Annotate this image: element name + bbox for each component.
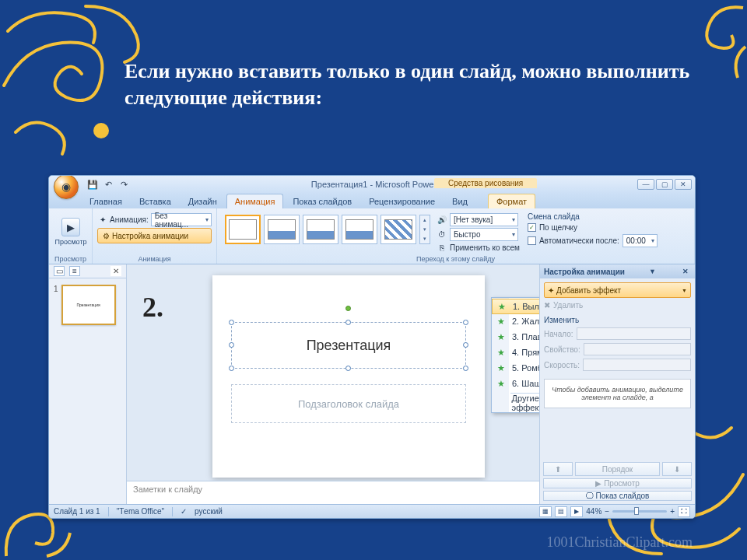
resize-handle[interactable] [463, 320, 468, 325]
on-click-label: По щелчку [539, 223, 577, 232]
property-combo [584, 343, 691, 355]
sound-combo[interactable]: [Нет звука] [450, 213, 518, 226]
ribbon-tabs: Главная Вставка Дизайн Анимация Показ сл… [49, 193, 695, 208]
taskpane-hint: Чтобы добавить анимацию, выделите элемен… [544, 379, 691, 408]
status-language[interactable]: русский [195, 507, 223, 516]
ribbon: ▶ Просмотр Просмотр ✦ Анимация: Без аним… [49, 208, 695, 264]
custom-animation-button[interactable]: ⚙ Настройка анимации [97, 228, 212, 243]
auto-after-label: Автоматически после: [539, 236, 619, 245]
resize-handle[interactable] [345, 366, 351, 371]
resize-handle[interactable] [345, 320, 351, 325]
preset-more[interactable]: Другие эффекты... [492, 395, 539, 411]
preset-box[interactable]: ★4. Прямоугольник [492, 345, 539, 360]
slideshow-button[interactable]: 🖵Показ слайдов [543, 491, 692, 501]
slide-change-header: Смена слайда [528, 212, 658, 221]
tab-slideshow[interactable]: Показ слайдов [285, 194, 359, 208]
slide-thumbnail[interactable]: Презентация [61, 285, 116, 325]
tab-view[interactable]: Вид [444, 194, 475, 208]
step-number-overlay: 2. [142, 291, 163, 324]
remove-label: Удалить [553, 301, 583, 310]
redo-icon[interactable]: ↷ [117, 178, 130, 191]
instruction-headline: Если нужно вставить только в один слайд,… [124, 58, 700, 111]
office-button[interactable]: ◉ [54, 175, 79, 199]
preset-flyin[interactable]: ★1. Вылет [492, 299, 539, 314]
undo-icon[interactable]: ↶ [102, 178, 114, 191]
start-label: Начало: [544, 330, 573, 338]
transition-more[interactable]: ▴▾▾ [419, 215, 430, 244]
rotate-handle[interactable] [345, 306, 351, 311]
preset-checker[interactable]: ★6. Шашки [492, 376, 539, 391]
preview-button[interactable]: ▶ Просмотр [54, 210, 88, 254]
preset-float[interactable]: ★3. Плавающий [492, 329, 539, 345]
transition-gallery[interactable]: ▴▾▾ [222, 210, 433, 253]
thumbnails-tab-outline[interactable]: ≡ [69, 266, 80, 276]
group-label-preview: Просмотр [49, 255, 92, 263]
auto-after-time[interactable]: 00:00 [622, 234, 658, 247]
maximize-button[interactable]: ▢ [656, 179, 673, 190]
fit-to-window[interactable]: ⛶ [678, 506, 690, 517]
taskpane-close[interactable]: ✕ [680, 268, 691, 275]
resize-handle[interactable] [229, 320, 234, 325]
change-header: Изменить [544, 316, 691, 324]
resize-handle[interactable] [229, 342, 234, 348]
thumbnails-close[interactable]: ✕ [110, 266, 121, 276]
add-effect-button[interactable]: ✦ Добавить эффект [544, 282, 691, 298]
star-icon: ★ [495, 346, 507, 359]
tab-insert[interactable]: Вставка [132, 194, 179, 208]
watermark: 1001ChristianClipart.com [547, 534, 693, 551]
tab-animation[interactable]: Анимация [226, 194, 284, 208]
save-icon[interactable]: 💾 [86, 178, 99, 191]
view-slideshow[interactable]: ▶ [570, 506, 583, 517]
thumbnails-tab-slides[interactable]: ▭ [54, 266, 65, 276]
zoom-percent[interactable]: 44% [586, 507, 601, 516]
slide-number: 1 [54, 285, 58, 325]
transition-item[interactable] [303, 215, 338, 244]
animate-icon: ✦ [97, 215, 107, 226]
transition-none[interactable] [225, 215, 261, 244]
tab-home[interactable]: Главная [82, 194, 130, 208]
slide[interactable]: Презентация Подзаголовок слайда [212, 275, 485, 478]
svg-point-0 [95, 124, 107, 137]
animate-combo[interactable]: Без анимац... [151, 213, 212, 226]
zoom-out[interactable]: − [605, 507, 609, 516]
resize-handle[interactable] [463, 366, 468, 371]
start-combo [577, 327, 691, 340]
slideshow-icon: 🖵 [586, 492, 594, 500]
transition-item[interactable] [342, 215, 377, 244]
auto-after-checkbox[interactable] [528, 236, 536, 245]
remove-icon: ✖ [544, 301, 550, 310]
play-button: ▶Просмотр [543, 478, 692, 488]
title-placeholder[interactable]: Презентация [231, 322, 466, 369]
on-click-checkbox[interactable]: ✓ [528, 223, 536, 232]
tab-format[interactable]: Формат [488, 194, 535, 208]
add-effect-icon: ✦ [548, 286, 554, 295]
subtitle-placeholder[interactable]: Подзаголовок слайда [231, 384, 466, 423]
taskpane-dropdown-icon[interactable]: ▼ [649, 268, 656, 275]
property-label: Свойство: [544, 345, 580, 354]
spellcheck-icon[interactable]: ✓ [181, 507, 187, 516]
view-sorter[interactable]: ▤ [555, 506, 567, 517]
zoom-slider[interactable] [612, 510, 667, 513]
play-icon: ▶ [595, 479, 601, 488]
powerpoint-window: ◉ 💾 ↶ ↷ Презентация1 - Microsoft PowerPo… [48, 175, 696, 519]
preset-diamond[interactable]: ★5. Ромб [492, 360, 539, 376]
reorder-down: ⬇ [662, 462, 692, 476]
preset-blinds[interactable]: ★2. Жалюзи [492, 313, 539, 329]
view-normal[interactable]: ▦ [539, 506, 552, 517]
resize-handle[interactable] [229, 366, 234, 371]
animate-label: Анимация: [110, 215, 149, 224]
tab-design[interactable]: Дизайн [181, 194, 225, 208]
resize-handle[interactable] [463, 342, 468, 348]
zoom-in[interactable]: + [670, 507, 675, 516]
close-button[interactable]: ✕ [675, 179, 692, 190]
minimize-button[interactable]: — [637, 179, 654, 190]
transition-item[interactable] [264, 215, 300, 244]
star-icon: ★ [495, 377, 507, 390]
speed-combo[interactable]: Быстро [450, 228, 518, 241]
apply-to-all[interactable]: ⎘Применить ко всем [437, 243, 520, 253]
star-icon: ★ [495, 362, 507, 374]
notes-pane[interactable]: Заметки к слайду [127, 481, 539, 504]
tab-review[interactable]: Рецензирование [361, 194, 443, 208]
subtitle-text: Подзаголовок слайда [298, 398, 399, 410]
transition-item[interactable] [381, 215, 416, 244]
